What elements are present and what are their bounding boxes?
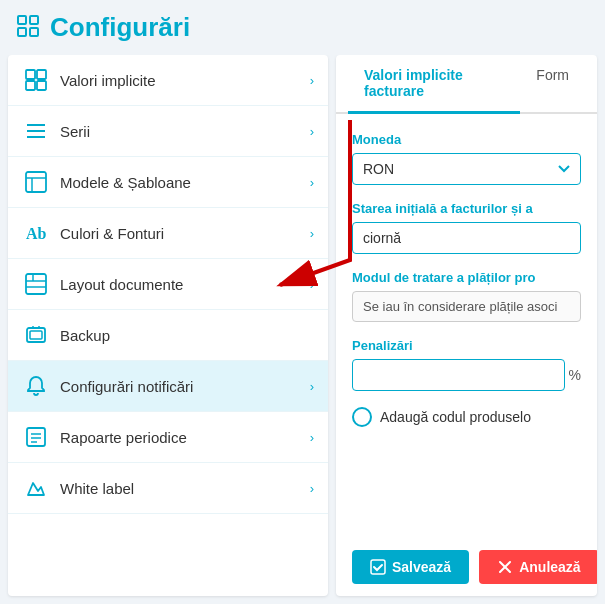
svg-rect-11 [26, 172, 46, 192]
panel-content: Moneda RON Starea inițială a facturilor … [336, 114, 597, 538]
tab-valori-implicite-facturare[interactable]: Valori implicite facturare [348, 55, 520, 114]
sidebar-item-modele-sabloane[interactable]: Modele & Șabloane › [8, 157, 328, 208]
sidebar-item-backup[interactable]: Backup [8, 310, 328, 361]
rapoarte-icon [22, 423, 50, 451]
svg-text:Abc: Abc [26, 225, 47, 242]
cancel-icon [497, 559, 513, 575]
modul-label: Modul de tratare a plăților pro [352, 270, 581, 285]
serii-icon [22, 117, 50, 145]
percent-sign: % [569, 367, 581, 383]
save-button[interactable]: Salvează [352, 550, 469, 584]
sidebar-item-serii[interactable]: Serii › [8, 106, 328, 157]
moneda-label: Moneda [352, 132, 581, 147]
sidebar-item-valori-implicite[interactable]: Valori implicite › [8, 55, 328, 106]
svg-rect-0 [18, 16, 26, 24]
chevron-right-icon: › [310, 430, 314, 445]
starea-field-group: Starea inițială a facturilor și a [352, 201, 581, 254]
actions-bar: Salvează Anulează [336, 538, 597, 596]
modele-icon [22, 168, 50, 196]
percent-wrapper: % [352, 359, 581, 391]
svg-rect-7 [37, 81, 46, 90]
modul-field-group: Modul de tratare a plăților pro Se iau î… [352, 270, 581, 322]
adauga-label: Adaugă codul produselo [380, 409, 531, 425]
svg-rect-15 [26, 274, 46, 294]
svg-rect-2 [18, 28, 26, 36]
adauga-checkbox-row[interactable]: Adaugă codul produselo [352, 407, 581, 427]
sidebar-item-valori-implicite-label: Valori implicite [60, 72, 300, 89]
modul-text: Se iau în considerare plățile asoci [352, 291, 581, 322]
svg-rect-1 [30, 16, 38, 24]
penalizari-field-group: Penalizări % [352, 338, 581, 391]
sidebar-item-culori-label: Culori & Fonturi [60, 225, 300, 242]
layout-icon [22, 270, 50, 298]
moneda-select[interactable]: RON [352, 153, 581, 185]
svg-rect-4 [26, 70, 35, 79]
sidebar-item-layout-documente[interactable]: Layout documente › [8, 259, 328, 310]
sidebar-item-white-label-label: White label [60, 480, 300, 497]
header-icon [16, 14, 40, 42]
sidebar-item-backup-label: Backup [60, 327, 314, 344]
sidebar-item-culori-fonturi[interactable]: Abc Culori & Fonturi › [8, 208, 328, 259]
sidebar: Valori implicite › Serii › [8, 55, 328, 596]
notificari-icon [22, 372, 50, 400]
app-header: Configurări [0, 0, 605, 55]
backup-icon [22, 321, 50, 349]
penalizari-input[interactable] [352, 359, 565, 391]
default-values-icon [22, 66, 50, 94]
sidebar-item-white-label[interactable]: White label › [8, 463, 328, 514]
sidebar-item-modele-label: Modele & Șabloane [60, 174, 300, 191]
right-panel: Valori implicite facturare Form Moneda R… [336, 55, 597, 596]
tabs-bar: Valori implicite facturare Form [336, 55, 597, 114]
starea-input[interactable] [352, 222, 581, 254]
svg-rect-20 [30, 331, 42, 339]
chevron-right-icon: › [310, 226, 314, 241]
tab-form[interactable]: Form [520, 55, 585, 114]
sidebar-item-serii-label: Serii [60, 123, 300, 140]
adauga-checkbox[interactable] [352, 407, 372, 427]
sidebar-item-configurari-notificari[interactable]: Configurări notificări › [8, 361, 328, 412]
chevron-right-icon: › [310, 379, 314, 394]
chevron-right-icon: › [310, 481, 314, 496]
main-content: Valori implicite › Serii › [0, 55, 605, 604]
penalizari-label: Penalizări [352, 338, 581, 353]
sidebar-item-layout-label: Layout documente [60, 276, 300, 293]
culori-icon: Abc [22, 219, 50, 247]
cancel-button[interactable]: Anulează [479, 550, 597, 584]
sidebar-item-notificari-label: Configurări notificări [60, 378, 300, 395]
svg-rect-6 [26, 81, 35, 90]
starea-label: Starea inițială a facturilor și a [352, 201, 581, 216]
svg-rect-3 [30, 28, 38, 36]
sidebar-item-rapoarte-label: Rapoarte periodice [60, 429, 300, 446]
save-icon [370, 559, 386, 575]
moneda-field-group: Moneda RON [352, 132, 581, 185]
svg-rect-5 [37, 70, 46, 79]
chevron-right-icon: › [310, 175, 314, 190]
page-title: Configurări [50, 12, 190, 43]
svg-rect-23 [27, 428, 45, 446]
white-label-icon [22, 474, 50, 502]
chevron-right-icon: › [310, 124, 314, 139]
chevron-right-icon: › [310, 73, 314, 88]
sidebar-item-rapoarte-periodice[interactable]: Rapoarte periodice › [8, 412, 328, 463]
chevron-right-icon: › [310, 277, 314, 292]
